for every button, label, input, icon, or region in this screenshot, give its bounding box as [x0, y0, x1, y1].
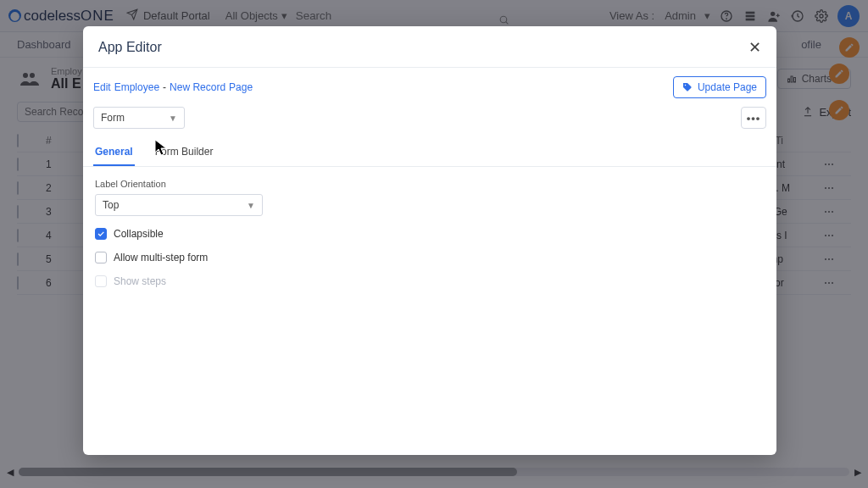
component-select[interactable]: Form ▼ [93, 107, 185, 129]
crumb-object[interactable]: Employee [114, 81, 159, 93]
breadcrumb-sep: - [163, 81, 166, 93]
collapsible-checkbox[interactable] [95, 228, 107, 240]
modal-title-text: App Editor [98, 40, 162, 55]
crumb-final[interactable]: Page [229, 81, 253, 93]
label-orientation-select[interactable]: Top ▼ [95, 194, 263, 216]
component-select-row: Form ▼ ••• [83, 102, 776, 141]
chevron-down-icon: ▼ [247, 201, 255, 210]
collapsible-label: Collapsible [114, 228, 164, 240]
tag-icon [682, 82, 693, 92]
modal-body: Label Orientation Top ▼ Collapsible Allo… [83, 167, 776, 299]
crumb-page[interactable]: New Record [170, 81, 225, 93]
modal-tabs: General Form Builder [83, 141, 776, 167]
multistep-checkbox[interactable] [95, 252, 107, 263]
modal-subheader: Edit Employee - New Record Page Update P… [83, 68, 776, 102]
app-editor-modal: App Editor ✕ Edit Employee - New Record … [83, 26, 776, 455]
breadcrumb: Edit Employee - New Record Page [93, 81, 253, 93]
crumb-edit[interactable]: Edit [93, 81, 111, 93]
close-icon[interactable]: ✕ [748, 38, 761, 57]
svg-point-13 [685, 85, 687, 86]
modal-header: App Editor ✕ [83, 26, 776, 68]
chevron-down-icon: ▼ [169, 114, 177, 123]
showsteps-checkbox [95, 275, 107, 287]
showsteps-label: Show steps [114, 275, 166, 287]
more-actions-button[interactable]: ••• [741, 107, 766, 129]
showsteps-row: Show steps [95, 275, 765, 287]
tab-general[interactable]: General [93, 141, 135, 166]
multistep-row[interactable]: Allow multi-step form [95, 252, 765, 263]
update-page-button[interactable]: Update Page [673, 76, 766, 98]
label-orientation-label: Label Orientation [95, 179, 765, 189]
collapsible-row[interactable]: Collapsible [95, 228, 765, 240]
multistep-label: Allow multi-step form [114, 252, 208, 263]
tab-form-builder[interactable]: Form Builder [153, 141, 215, 166]
